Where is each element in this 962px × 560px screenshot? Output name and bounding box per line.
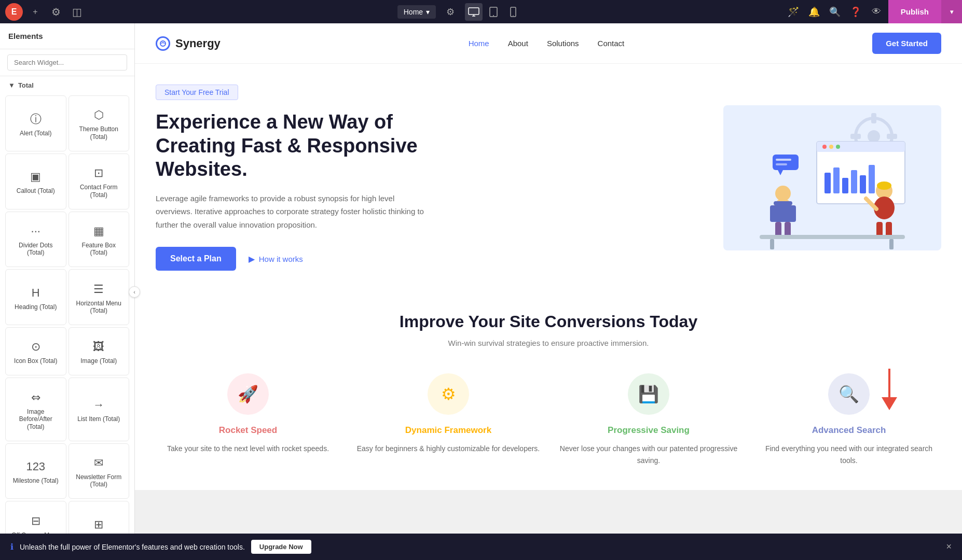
advanced-search-icon: 🔍 <box>828 373 870 415</box>
dynamic-framework-name: Dynamic Framework <box>405 425 491 436</box>
settings-icon[interactable]: ⚙ <box>48 4 64 20</box>
hero-content: Start Your Free Trial Experience a New W… <box>156 85 703 271</box>
top-toolbar: E + ⚙ ◫ Home ▾ ⚙ <box>0 0 962 23</box>
page-settings-icon[interactable]: ⚙ <box>442 4 459 20</box>
widget-alert[interactable]: ⓘ Alert (Total) <box>5 95 66 151</box>
svg-rect-13 <box>850 134 861 139</box>
search-icon[interactable]: 🔍 <box>826 3 844 21</box>
nav-item-contact[interactable]: Contact <box>598 39 625 48</box>
callout-icon: ▣ <box>30 170 41 184</box>
upgrade-now-button[interactable]: Upgrade Now <box>251 540 311 554</box>
widget-icon-box[interactable]: ⊙ Icon Box (Total) <box>5 327 66 375</box>
notification-message: Unleash the full power of Elementor's fe… <box>20 543 245 551</box>
widget-callout[interactable]: ▣ Callout (Total) <box>5 153 66 209</box>
preview-icon[interactable]: 👁 <box>868 3 885 21</box>
horizontal-menu-label: Horizontal Menu (Total) <box>73 300 125 315</box>
widget-horizontal-menu[interactable]: ☰ Horizontal Menu (Total) <box>68 269 130 325</box>
site-navigation: Synergy Home About Solutions Contact Get… <box>135 23 962 64</box>
svg-point-6 <box>513 15 514 16</box>
svg-point-4 <box>493 15 494 16</box>
trial-badge: Start Your Free Trial <box>156 85 238 100</box>
contact-form-label: Contact Form (Total) <box>73 184 125 199</box>
chevron-down-icon: ▼ <box>8 81 15 89</box>
feature-box-label: Feature Box (Total) <box>73 242 125 257</box>
get-started-button[interactable]: Get Started <box>872 33 941 54</box>
toolbar-left: E + ⚙ ◫ <box>0 3 135 21</box>
theme-button-icon: ⬡ <box>94 108 104 122</box>
feature-dynamic-framework: ⚙ Dynamic Framework Easy for beginners &… <box>356 373 541 466</box>
add-element-button[interactable]: + <box>27 4 44 20</box>
select-plan-button[interactable]: Select a Plan <box>156 247 236 271</box>
toolbar-right: 🪄 🔔 🔍 ❓ 👁 Publish ▾ <box>785 0 962 23</box>
logo-text: Synergy <box>175 37 221 50</box>
page-selector[interactable]: Home ▾ <box>397 5 436 19</box>
image-before-after-label: Image Before/After (Total) <box>10 408 62 430</box>
wand-icon[interactable]: 🪄 <box>785 3 802 21</box>
widget-list-item[interactable]: → List Item (Total) <box>68 377 130 441</box>
search-input[interactable] <box>7 54 127 71</box>
image-before-after-icon: ⇔ <box>31 390 40 405</box>
progressive-saving-name: Progressive Saving <box>608 425 690 436</box>
widget-theme-button[interactable]: ⬡ Theme Button (Total) <box>68 95 130 151</box>
svg-rect-29 <box>776 163 787 165</box>
svg-marker-46 <box>882 397 897 410</box>
svg-rect-22 <box>842 178 848 193</box>
canvas-page: Synergy Home About Solutions Contact Get… <box>135 23 962 490</box>
svg-rect-32 <box>774 201 792 205</box>
widget-feature-box[interactable]: ▦ Feature Box (Total) <box>68 212 130 268</box>
sidebar-title: Elements <box>0 23 134 49</box>
hero-actions: Select a Plan ▶ How it works <box>156 247 703 271</box>
theme-button-label: Theme Button (Total) <box>73 125 125 141</box>
svg-point-41 <box>877 181 891 190</box>
nav-item-about[interactable]: About <box>508 39 528 48</box>
main-layout: Elements ▼ Total ⓘ Alert (Total) ⬡ Theme… <box>0 23 962 560</box>
svg-point-18 <box>829 145 833 149</box>
divider-dots-label: Divider Dots (Total) <box>10 242 62 257</box>
close-notification-button[interactable]: × <box>946 541 952 552</box>
hero-image <box>723 105 941 250</box>
list-item-icon: → <box>93 398 104 412</box>
how-it-works-link[interactable]: ▶ How it works <box>249 254 303 264</box>
svg-rect-25 <box>869 165 875 193</box>
widget-heading[interactable]: H Heading (Total) <box>5 269 66 325</box>
widget-image-before-after[interactable]: ⇔ Image Before/After (Total) <box>5 377 66 441</box>
advanced-search-desc: Find everything you need with our integr… <box>757 443 941 466</box>
widget-image[interactable]: 🖼 Image (Total) <box>68 327 130 375</box>
layers-icon[interactable]: ◫ <box>68 4 85 20</box>
nav-item-home[interactable]: Home <box>469 39 489 48</box>
canvas-area: Synergy Home About Solutions Contact Get… <box>135 23 962 560</box>
help-icon[interactable]: ❓ <box>847 3 864 21</box>
publish-dropdown-arrow[interactable]: ▾ <box>941 0 962 23</box>
notifications-icon[interactable]: 🔔 <box>805 3 823 21</box>
how-it-works-label: How it works <box>259 255 303 263</box>
alert-label: Alert (Total) <box>20 130 51 137</box>
widget-newsletter-form[interactable]: ✉ Newsletter Form (Total) <box>68 443 130 499</box>
nav-item-solutions[interactable]: Solutions <box>547 39 579 48</box>
callout-label: Callout (Total) <box>17 187 55 194</box>
svg-rect-20 <box>824 173 831 193</box>
dynamic-framework-desc: Easy for beginners & highly customizable… <box>357 443 540 454</box>
widget-divider-dots[interactable]: ··· Divider Dots (Total) <box>5 212 66 268</box>
widget-contact-form[interactable]: ⊡ Contact Form (Total) <box>68 153 130 209</box>
widget-milestone[interactable]: 123 Milestone (Total) <box>5 443 66 499</box>
svg-rect-0 <box>469 8 479 15</box>
desktop-device-button[interactable] <box>465 3 483 21</box>
site-logo: Synergy <box>156 36 221 51</box>
widget-grid: ⓘ Alert (Total) ⬡ Theme Button (Total) ▣… <box>0 92 134 560</box>
publish-label: Publish <box>901 7 929 16</box>
rocket-speed-name: Rocket Speed <box>219 425 277 436</box>
svg-point-10 <box>868 130 880 143</box>
pricing-icon: ⊞ <box>94 517 103 532</box>
svg-rect-33 <box>770 205 796 222</box>
sidebar-collapse-button[interactable]: ‹ <box>129 286 140 298</box>
divider-dots-icon: ··· <box>31 224 40 239</box>
tablet-device-button[interactable] <box>485 3 502 21</box>
publish-button[interactable]: Publish ▾ <box>888 0 962 23</box>
svg-point-17 <box>822 145 827 149</box>
elementor-logo[interactable]: E <box>5 3 23 21</box>
section-label: Total <box>18 81 34 89</box>
svg-rect-14 <box>887 134 897 139</box>
mobile-device-button[interactable] <box>504 3 522 21</box>
chevron-down-icon: ▾ <box>950 8 953 16</box>
publish-main[interactable]: Publish <box>888 0 941 23</box>
